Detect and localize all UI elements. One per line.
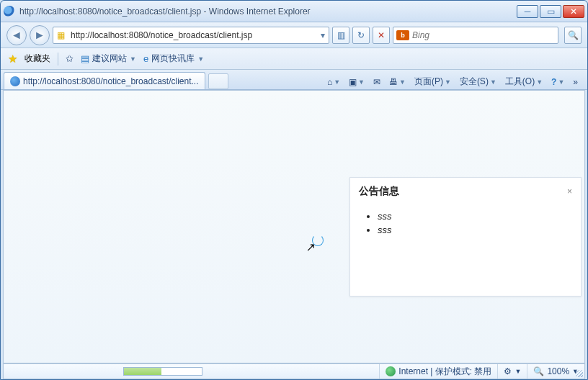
list-item: sss: [378, 211, 569, 222]
page-content: 公告信息 × sss sss: [3, 90, 585, 363]
title-bar: http://localhost:8080/notice_broadcast/c…: [1, 1, 587, 22]
suggested-sites-label: 建议网站: [92, 53, 127, 65]
tools-menu[interactable]: 工具(O)▼: [503, 74, 545, 89]
favorites-bar: ★ 收藏夹 ✩ ▤ 建议网站 ▼ e 网页快讯库 ▼: [1, 48, 587, 70]
minimize-button[interactable]: ─: [517, 5, 538, 18]
refresh-button[interactable]: ↻: [352, 27, 370, 44]
web-slice-gallery-link[interactable]: e 网页快讯库 ▼: [143, 53, 204, 65]
page-icon: ▦: [53, 30, 68, 40]
loading-cursor: [306, 235, 325, 253]
page-menu[interactable]: 页面(P)▼: [412, 74, 453, 89]
tools-menu-label: 工具(O): [505, 76, 535, 88]
tab-favicon: [10, 76, 20, 86]
tab-active[interactable]: http://localhost:8080/notice_broadcast/c…: [4, 72, 205, 89]
page-menu-label: 页面(P): [414, 76, 443, 88]
expand-chevron-icon[interactable]: »: [571, 76, 580, 89]
search-button[interactable]: 🔍: [564, 27, 582, 44]
chevron-down-icon: ▼: [197, 55, 204, 63]
address-dropdown-icon[interactable]: ▾: [317, 30, 329, 40]
protected-mode-button[interactable]: ⚙▼: [497, 364, 527, 379]
resize-grip[interactable]: [576, 370, 583, 377]
rss-icon: ▣: [349, 77, 357, 87]
notice-close-button[interactable]: ×: [567, 186, 572, 196]
back-button[interactable]: ◄: [6, 25, 27, 45]
zoom-label: 100%: [547, 366, 569, 376]
safety-menu[interactable]: 安全(S)▼: [458, 74, 499, 89]
internet-zone-icon: [386, 366, 396, 376]
window-title: http://localhost:8080/notice_broadcast/c…: [19, 6, 517, 17]
favorites-star-icon[interactable]: ★: [8, 53, 17, 65]
progress-bar: [123, 367, 202, 376]
new-tab-button[interactable]: [208, 73, 228, 89]
command-bar: ⌂▼ ▣▼ ✉ 🖶▼ 页面(P)▼ 安全(S)▼ 工具(O)▼ ?▼ »: [231, 74, 585, 89]
safety-menu-label: 安全(S): [460, 76, 489, 88]
progress-fill: [124, 368, 161, 375]
zone-segment[interactable]: Internet | 保护模式: 禁用: [379, 364, 497, 379]
maximize-button[interactable]: ▭: [540, 5, 561, 18]
add-favorite-button[interactable]: ✩: [66, 53, 74, 64]
print-icon: 🖶: [389, 77, 398, 87]
chevron-down-icon: ▼: [130, 55, 136, 63]
close-button[interactable]: ✕: [563, 5, 584, 18]
ie-icon: e: [143, 53, 148, 64]
notice-panel: 公告信息 × sss sss: [349, 177, 582, 297]
feeds-button[interactable]: ▣▼: [347, 76, 367, 89]
print-button[interactable]: 🖶▼: [387, 76, 408, 89]
zoom-icon: 🔍: [533, 366, 544, 376]
read-mail-button[interactable]: ✉: [371, 76, 383, 89]
stop-button[interactable]: ✕: [373, 27, 390, 44]
notice-title: 公告信息: [359, 185, 399, 198]
notice-body: sss sss: [350, 201, 581, 296]
shield-icon: ⚙: [504, 366, 512, 376]
list-item: sss: [378, 225, 569, 235]
notice-list: sss sss: [362, 211, 569, 235]
star-plus-icon: ✩: [66, 53, 74, 64]
zone-label: Internet | 保护模式: 禁用: [398, 366, 491, 378]
compat-view-button[interactable]: ▥: [332, 27, 349, 44]
status-bar: Internet | 保护模式: 禁用 ⚙▼ 🔍 100% ▼: [3, 363, 585, 379]
address-input[interactable]: [68, 30, 317, 40]
help-button[interactable]: ?▼: [549, 76, 566, 89]
help-icon: ?: [551, 77, 556, 87]
ie-favicon: [4, 6, 15, 17]
web-slice-gallery-label: 网页快讯库: [151, 53, 195, 65]
tab-bar: http://localhost:8080/notice_broadcast/c…: [1, 70, 587, 90]
bing-icon: b: [396, 30, 409, 40]
address-bar[interactable]: ▦ ▾: [53, 27, 329, 44]
notice-header: 公告信息 ×: [350, 178, 581, 201]
window-buttons: ─ ▭ ✕: [517, 5, 584, 18]
page-icon: ▤: [81, 53, 89, 64]
tab-title: http://localhost:8080/notice_broadcast/c…: [23, 76, 199, 86]
suggested-sites-link[interactable]: ▤ 建议网站 ▼: [81, 53, 136, 65]
nav-bar: ◄ ► ▦ ▾ ▥ ↻ ✕ b 🔍: [1, 22, 587, 48]
separator: [58, 53, 58, 65]
home-icon: ⌂: [327, 77, 332, 87]
forward-button[interactable]: ►: [30, 25, 50, 45]
search-box[interactable]: b: [393, 27, 558, 44]
home-button[interactable]: ⌂▼: [325, 76, 342, 89]
favorites-label[interactable]: 收藏夹: [24, 53, 50, 65]
search-input[interactable]: [412, 30, 558, 40]
mail-icon: ✉: [373, 77, 380, 87]
